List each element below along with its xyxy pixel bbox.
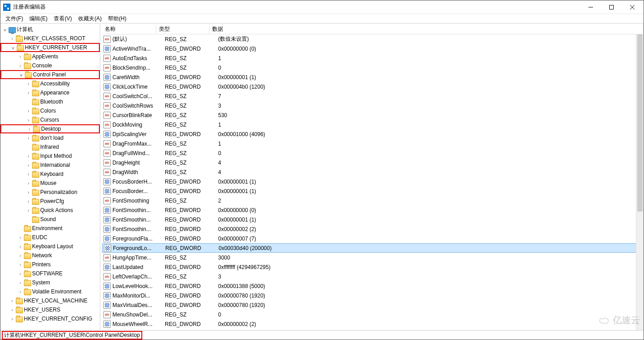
tree-cp-colors[interactable]: ›Colors <box>0 106 100 115</box>
list-row[interactable]: ClickLockTimeREG_DWORD0x000004b0 (1200) <box>102 82 644 91</box>
expander-icon[interactable]: › <box>17 270 24 277</box>
tree-software[interactable]: ›SOFTWARE <box>0 269 100 278</box>
tree-cp-accessibility[interactable]: ›Accessibility <box>0 79 100 88</box>
list-row[interactable]: (默认)REG_SZ(数值未设置) <box>102 34 644 44</box>
list-row[interactable]: CursorBlinkRateREG_SZ530 <box>102 110 644 120</box>
tree-cp-powercfg[interactable]: ›PowerCfg <box>0 197 100 206</box>
minimize-button[interactable] <box>580 0 601 14</box>
expander-icon[interactable]: › <box>25 107 32 114</box>
menu-edit[interactable]: 编辑(E) <box>26 14 51 24</box>
tree-hklm[interactable]: ›HKEY_LOCAL_MACHINE <box>0 296 100 305</box>
list-row[interactable]: DragHeightREG_SZ4 <box>102 158 644 167</box>
tree-cp-international[interactable]: ›International <box>0 161 100 170</box>
list-row[interactable]: DockMovingREG_SZ1 <box>102 120 644 129</box>
tree-hkcc[interactable]: ›HKEY_CURRENT_CONFIG <box>0 314 100 323</box>
column-name[interactable]: 名称 <box>102 24 156 34</box>
list-row[interactable]: DragWidthREG_SZ4 <box>102 167 644 177</box>
list-row[interactable]: BlockSendInp...REG_SZ0 <box>102 63 644 72</box>
tree-cp-keyboard[interactable]: ›Keyboard <box>0 170 100 179</box>
tree-cp-personalization[interactable]: ›Personalization <box>0 188 100 197</box>
expander-icon[interactable]: › <box>25 152 32 160</box>
tree-controlpanel[interactable]: ⅴControl Panel <box>0 70 100 79</box>
tree-cp-desktop[interactable]: ›Desktop <box>0 124 100 133</box>
list-row[interactable]: CaretWidthREG_DWORD0x00000001 (1) <box>102 72 644 82</box>
tree-printers[interactable]: ›Printers <box>0 260 100 269</box>
expander-icon[interactable]: › <box>17 288 24 295</box>
vertical-scrollbar[interactable] <box>636 34 644 330</box>
expander-icon[interactable]: › <box>9 297 16 304</box>
expander-icon[interactable]: ⅴ <box>9 44 17 51</box>
tree-system[interactable]: ›System <box>0 278 100 287</box>
column-data[interactable]: 数据 <box>210 24 644 34</box>
list-row[interactable]: DragFromMax...REG_SZ1 <box>102 139 644 148</box>
list-row[interactable]: MouseWheelR...REG_DWORD0x00000002 (2) <box>102 319 644 329</box>
expander-icon[interactable]: ⅴ <box>18 71 25 78</box>
expander-icon[interactable]: › <box>25 116 32 123</box>
expander-icon[interactable]: › <box>25 161 32 169</box>
list-row[interactable]: HungAppTime...REG_SZ3000 <box>102 253 644 262</box>
expander-icon[interactable]: › <box>25 89 32 96</box>
registry-tree[interactable]: ⅴ 计算机 ›HKEY_CLASSES_ROOT ⅴHKEY_CURRENT_U… <box>0 24 100 330</box>
list-body[interactable]: (默认)REG_SZ(数值未设置)ActiveWndTra...REG_DWOR… <box>102 34 644 330</box>
list-row[interactable]: LeftOverlapCh...REG_SZ3 <box>102 272 644 281</box>
tree-hkcu[interactable]: ⅴHKEY_CURRENT_USER <box>0 43 100 52</box>
tree-root[interactable]: ⅴ 计算机 <box>0 25 100 34</box>
titlebar[interactable]: 注册表编辑器 <box>0 0 644 14</box>
list-row[interactable]: FontSmoothin...REG_DWORD0x00000001 (1) <box>102 215 644 224</box>
tree-cp-mouse[interactable]: ›Mouse <box>0 179 100 188</box>
tree-cp-quick-actions[interactable]: ›Quick Actions <box>0 206 100 215</box>
tree-console[interactable]: ›Console <box>0 61 100 70</box>
expander-icon[interactable]: › <box>17 62 24 69</box>
tree-cp-sound[interactable]: ·Sound <box>0 215 100 224</box>
tree-volatile[interactable]: ›Volatile Environment <box>0 287 100 296</box>
expander-icon[interactable]: › <box>17 53 24 60</box>
expander-icon[interactable]: › <box>25 179 32 187</box>
list-row[interactable]: FocusBorderH...REG_DWORD0x00000001 (1) <box>102 177 644 186</box>
list-row[interactable]: ForegroundFla...REG_DWORD0x00000007 (7) <box>102 234 644 243</box>
expander-icon[interactable]: › <box>25 189 32 196</box>
list-row[interactable]: MaxMonitorDi...REG_DWORD0x00000780 (1920… <box>102 291 644 300</box>
expander-icon[interactable]: ⅴ <box>1 26 9 33</box>
list-row[interactable]: DragFullWind...REG_SZ0 <box>102 148 644 158</box>
expander-icon[interactable]: › <box>9 315 16 322</box>
maximize-button[interactable] <box>601 0 622 14</box>
tree-cp-don-t-load[interactable]: ›don't load <box>0 133 100 142</box>
tree-eudc[interactable]: ›EUDC <box>0 233 100 242</box>
tree-hku[interactable]: ›HKEY_USERS <box>0 305 100 314</box>
close-button[interactable] <box>622 0 643 14</box>
tree-cp-input-method[interactable]: ›Input Method <box>0 151 100 161</box>
expander-icon[interactable]: › <box>25 170 32 178</box>
tree-network[interactable]: ›Network <box>0 251 100 260</box>
expander-icon[interactable]: › <box>17 234 24 241</box>
list-row[interactable]: FontSmoothin...REG_DWORD0x00000000 (0) <box>102 205 644 215</box>
list-row[interactable]: MaxVirtualDes...REG_DWORD0x00000780 (192… <box>102 300 644 310</box>
tree-cp-infrared[interactable]: ·Infrared <box>0 142 100 151</box>
expander-icon[interactable]: › <box>17 252 24 259</box>
list-row[interactable]: FontSmoothin...REG_DWORD0x00000002 (2) <box>102 224 644 234</box>
list-row[interactable]: ForegroundLo...REG_DWORD0x00030d40 (2000… <box>102 243 644 253</box>
expander-icon[interactable]: › <box>25 134 32 142</box>
list-row[interactable]: DpiScalingVerREG_DWORD0x00001000 (4096) <box>102 129 644 139</box>
tree-cp-bluetooth[interactable]: ·Bluetooth <box>0 97 100 106</box>
list-row[interactable]: AutoEndTasksREG_SZ1 <box>102 53 644 63</box>
list-row[interactable]: LowLevelHook...REG_DWORD0x00001388 (5000… <box>102 281 644 291</box>
expander-icon[interactable]: › <box>26 125 33 132</box>
menu-help[interactable]: 帮助(H) <box>105 14 130 24</box>
tree-appevents[interactable]: ›AppEvents <box>0 52 100 61</box>
menu-view[interactable]: 查看(V) <box>51 14 75 24</box>
menu-file[interactable]: 文件(F) <box>2 14 26 24</box>
list-row[interactable]: ActiveWndTra...REG_DWORD0x00000000 (0) <box>102 44 644 53</box>
expander-icon[interactable]: › <box>17 243 24 250</box>
expander-icon[interactable]: › <box>25 80 32 87</box>
list-row[interactable]: MenuShowDel...REG_SZ0 <box>102 310 644 319</box>
menu-favorites[interactable]: 收藏夹(A) <box>75 14 105 24</box>
list-row[interactable]: CoolSwitchRowsREG_SZ3 <box>102 101 644 110</box>
tree-keyboardlayout[interactable]: ›Keyboard Layout <box>0 242 100 251</box>
expander-icon[interactable]: › <box>17 261 24 268</box>
scrollbar-thumb[interactable] <box>637 34 643 212</box>
tree-cp-appearance[interactable]: ›Appearance <box>0 88 100 97</box>
expander-icon[interactable]: › <box>25 198 32 205</box>
expander-icon[interactable]: › <box>17 279 24 286</box>
tree-hkcr[interactable]: ›HKEY_CLASSES_ROOT <box>0 34 100 43</box>
tree-cp-cursors[interactable]: ›Cursors <box>0 115 100 124</box>
